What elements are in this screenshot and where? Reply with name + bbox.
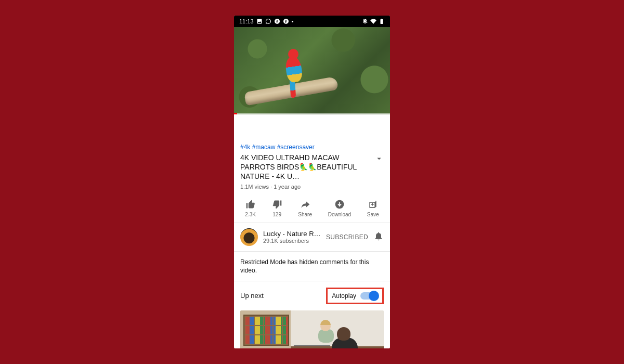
share-button[interactable]: Share [298, 199, 312, 217]
channel-avatar[interactable] [240, 228, 258, 246]
dislike-button[interactable]: 129 [272, 199, 282, 217]
subscribed-label[interactable]: SUBSCRIBED [326, 233, 368, 241]
upnext-label: Up next [240, 292, 264, 300]
status-time: 11:13 [239, 18, 254, 24]
channel-subscribers: 29.1K subscribers [263, 238, 321, 244]
more-dot-icon [292, 21, 293, 22]
wifi-icon [370, 18, 376, 24]
status-bar: 11:13 [234, 16, 390, 27]
photo-icon [256, 18, 263, 24]
phone-frame: 11:13 #4k #macaw #screensaver 4K VIDEO U… [234, 16, 390, 348]
video-hashtags[interactable]: #4k #macaw #screensaver [240, 144, 384, 151]
facebook-icon [274, 18, 280, 24]
channel-name[interactable]: Lucky - Nature Rel… [263, 230, 321, 238]
upnext-row: Up next Autoplay [234, 281, 390, 310]
facebook-icon-2 [283, 18, 289, 24]
autoplay-highlight: Autoplay [326, 288, 384, 304]
channel-row[interactable]: Lucky - Nature Rel… 29.1K subscribers SU… [234, 223, 390, 252]
bell-icon [373, 231, 384, 241]
notification-bell-button[interactable] [373, 231, 384, 243]
upnext-thumbnail[interactable] [240, 310, 384, 348]
download-button[interactable]: Download [328, 199, 351, 217]
video-title[interactable]: 4K VIDEO ULTRAHD MACAW PARROTS BIRDS🦜🦜BE… [240, 153, 370, 181]
thumb-people [311, 314, 368, 348]
spacer [234, 114, 390, 144]
thumb-down-icon [272, 199, 282, 210]
video-meta: #4k #macaw #screensaver 4K VIDEO ULTRAHD… [234, 144, 390, 194]
action-bar: 2.3K 129 Share Download Save [234, 194, 390, 223]
expand-description-button[interactable] [374, 154, 384, 165]
battery-icon [379, 18, 385, 24]
nav-handle[interactable] [294, 345, 330, 346]
save-button[interactable]: Save [367, 199, 379, 217]
autoplay-toggle[interactable] [360, 292, 378, 300]
thumb-bookshelf [243, 315, 289, 346]
autoplay-label: Autoplay [332, 292, 356, 300]
video-player[interactable] [234, 27, 390, 114]
whatsapp-icon [265, 18, 271, 24]
video-stats: 1.1M views · 1 year ago [240, 184, 384, 190]
save-icon [368, 199, 378, 210]
share-icon [300, 199, 310, 210]
like-button[interactable]: 2.3K [245, 199, 256, 217]
dnd-icon [362, 18, 368, 24]
restricted-notice: Restricted Mode has hidden comments for … [234, 252, 390, 281]
thumb-up-icon [245, 199, 256, 210]
download-icon [334, 199, 345, 210]
video-parrot [281, 47, 312, 94]
video-progress-bar[interactable] [234, 113, 390, 114]
